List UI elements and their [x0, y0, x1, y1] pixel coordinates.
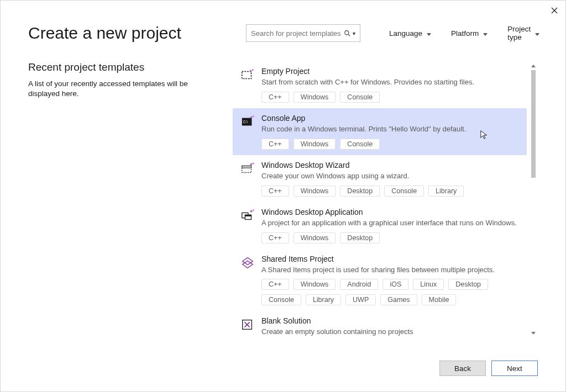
template-body: Shared Items ProjectA Shared Items proje… — [261, 255, 519, 306]
template-item[interactable]: Shared Items ProjectA Shared Items proje… — [233, 249, 527, 311]
svg-point-10 — [253, 115, 254, 117]
svg-text:C:\: C:\ — [243, 120, 248, 124]
svg-rect-17 — [245, 215, 251, 216]
template-tags: C++WindowsConsole — [261, 139, 519, 150]
scroll-up-button[interactable] — [529, 61, 538, 70]
scrollbar[interactable] — [529, 61, 538, 337]
template-item[interactable]: Windows Desktop ApplicationA project for… — [233, 202, 527, 249]
template-desc: Run code in a Windows terminal. Prints "… — [261, 125, 519, 134]
recent-heading: Recent project templates — [28, 61, 222, 73]
template-icon — [240, 209, 255, 223]
scroll-down-button[interactable] — [529, 329, 538, 337]
template-tag: Windows — [294, 92, 336, 103]
template-list[interactable]: Empty ProjectStart from scratch with C++… — [233, 61, 527, 337]
close-button[interactable] — [549, 5, 560, 16]
svg-point-2 — [345, 30, 349, 34]
svg-point-19 — [253, 209, 254, 211]
template-item[interactable]: Blank SolutionCreate an empty solution c… — [233, 311, 527, 337]
filter-project-type-label: Project type — [507, 25, 531, 41]
template-name: Empty Project — [261, 67, 519, 76]
new-project-dialog: Create a new project ▾ Language Platform… — [0, 0, 566, 392]
close-icon — [551, 7, 558, 14]
recent-note: A list of your recently accessed templat… — [28, 79, 194, 99]
template-name: Windows Desktop Application — [261, 208, 519, 216]
template-tag: Android — [340, 279, 378, 290]
search-input[interactable] — [251, 29, 344, 38]
template-desc: Create an empty solution containing no p… — [261, 327, 519, 337]
svg-point-14 — [253, 162, 254, 164]
template-tag: Console — [384, 186, 424, 197]
svg-point-13 — [250, 163, 253, 166]
filter-platform[interactable]: Platform — [451, 25, 488, 41]
template-tag: C++ — [261, 232, 289, 243]
caret-down-icon — [483, 29, 488, 38]
template-body: Windows Desktop WizardCreate your own Wi… — [261, 161, 519, 197]
template-desc: Start from scratch with C++ for Windows.… — [261, 78, 519, 87]
template-desc: A project for an application with a grap… — [261, 219, 519, 228]
template-icon — [240, 68, 255, 82]
template-icon — [240, 162, 255, 176]
svg-point-6 — [252, 69, 254, 71]
template-tag: C++ — [261, 92, 289, 103]
template-tag: Desktop — [448, 279, 488, 290]
svg-rect-4 — [242, 72, 251, 79]
template-name: Console App — [261, 114, 519, 123]
template-tags: C++WindowsAndroidiOSLinuxDesktopConsoleL… — [261, 279, 519, 305]
template-tag: iOS — [382, 279, 408, 290]
template-tag: C++ — [261, 186, 289, 197]
template-tag: Games — [380, 294, 417, 305]
template-tag: Library — [306, 294, 341, 305]
template-search[interactable]: ▾ — [246, 24, 360, 42]
template-tag: Console — [261, 294, 301, 305]
template-icon: C:\ — [240, 115, 255, 129]
template-tag: Windows — [294, 232, 336, 243]
template-tag: Console — [340, 139, 380, 150]
template-desc: Create your own Windows app using a wiza… — [261, 172, 519, 181]
template-icon — [240, 317, 255, 332]
template-body: Blank SolutionCreate an empty solution c… — [261, 316, 519, 337]
filter-language-label: Language — [389, 29, 422, 38]
scroll-track[interactable] — [529, 70, 538, 329]
svg-point-9 — [250, 116, 253, 119]
header-row: Create a new project ▾ Language Platform… — [1, 1, 565, 43]
template-body: Empty ProjectStart from scratch with C++… — [261, 67, 519, 103]
svg-point-18 — [250, 210, 253, 212]
template-tag: Windows — [294, 139, 336, 150]
template-tag: Mobile — [422, 294, 457, 305]
template-tag: Windows — [294, 279, 336, 290]
template-tag: Windows — [294, 186, 336, 197]
template-tags: C++WindowsConsole — [261, 92, 519, 103]
template-tag: Desktop — [340, 186, 380, 197]
template-tag: Linux — [413, 279, 444, 290]
filter-language[interactable]: Language — [389, 25, 431, 41]
template-tag: Desktop — [340, 232, 380, 243]
caret-down-icon — [427, 29, 431, 38]
template-tag: UWP — [345, 294, 376, 305]
back-button-label: Back — [454, 364, 471, 373]
template-name: Blank Solution — [261, 316, 519, 325]
template-item[interactable]: Empty ProjectStart from scratch with C++… — [233, 61, 527, 108]
template-tag: Library — [428, 186, 464, 197]
template-tags: C++WindowsDesktop — [261, 232, 519, 243]
svg-point-5 — [250, 70, 252, 72]
template-item[interactable]: Windows Desktop WizardCreate your own Wi… — [233, 155, 527, 202]
template-name: Shared Items Project — [261, 255, 519, 263]
template-icon — [240, 256, 255, 270]
template-body: Console AppRun code in a Windows termina… — [261, 114, 519, 150]
filter-project-type[interactable]: Project type — [507, 25, 539, 41]
svg-rect-12 — [242, 166, 251, 168]
template-desc: A Shared Items project is used for shari… — [261, 266, 519, 275]
template-item[interactable]: C:\Console AppRun code in a Windows term… — [233, 108, 527, 155]
back-button[interactable]: Back — [439, 361, 486, 376]
svg-line-3 — [348, 34, 350, 36]
page-title: Create a new project — [28, 24, 233, 43]
dialog-body: Recent project templates A list of your … — [1, 43, 565, 341]
scroll-thumb[interactable] — [531, 70, 536, 178]
filter-bar: Language Platform Project type — [389, 25, 539, 41]
next-button[interactable]: Next — [491, 361, 538, 376]
recent-templates-panel: Recent project templates A list of your … — [28, 61, 233, 341]
search-icon[interactable]: ▾ — [344, 30, 355, 37]
template-tag: C++ — [261, 139, 289, 150]
template-tag: C++ — [261, 279, 289, 290]
dialog-footer: Back Next — [439, 361, 538, 376]
